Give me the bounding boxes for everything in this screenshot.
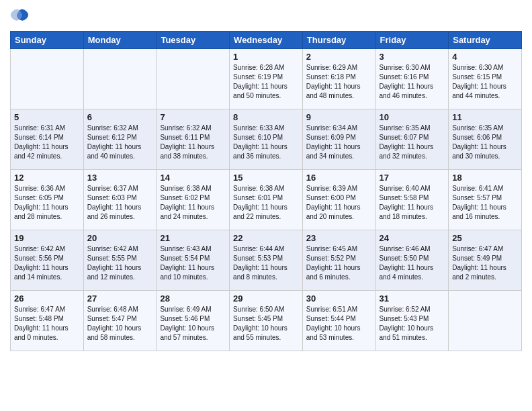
- weekday-header-friday: Friday: [375, 32, 449, 49]
- week-row-1: 1Sunrise: 6:28 AMSunset: 6:19 PMDaylight…: [11, 49, 522, 109]
- day-cell: [157, 49, 230, 109]
- day-info: Sunrise: 6:32 AMSunset: 6:11 PMDaylight:…: [160, 124, 226, 161]
- day-number: 24: [380, 233, 445, 243]
- day-cell: 23Sunrise: 6:45 AMSunset: 5:52 PMDayligh…: [302, 230, 375, 291]
- day-info: Sunrise: 6:31 AMSunset: 6:14 PMDaylight:…: [14, 124, 80, 161]
- day-cell: 16Sunrise: 6:39 AMSunset: 6:00 PMDayligh…: [302, 170, 375, 230]
- week-row-3: 12Sunrise: 6:36 AMSunset: 6:05 PMDayligh…: [11, 170, 522, 230]
- day-cell: 19Sunrise: 6:42 AMSunset: 5:56 PMDayligh…: [11, 230, 84, 291]
- day-cell: 31Sunrise: 6:52 AMSunset: 5:43 PMDayligh…: [375, 291, 449, 351]
- day-number: 8: [233, 112, 299, 122]
- day-number: 26: [14, 293, 80, 304]
- day-cell: [11, 49, 84, 109]
- day-cell: 18Sunrise: 6:41 AMSunset: 5:57 PMDayligh…: [449, 170, 522, 230]
- day-cell: 9Sunrise: 6:34 AMSunset: 6:09 PMDaylight…: [302, 109, 375, 170]
- weekday-header-monday: Monday: [83, 32, 157, 49]
- day-cell: 28Sunrise: 6:49 AMSunset: 5:46 PMDayligh…: [157, 291, 230, 351]
- day-cell: 24Sunrise: 6:46 AMSunset: 5:50 PMDayligh…: [375, 230, 449, 291]
- day-cell: 13Sunrise: 6:37 AMSunset: 6:03 PMDayligh…: [83, 170, 157, 230]
- day-info: Sunrise: 6:41 AMSunset: 5:57 PMDaylight:…: [452, 184, 518, 222]
- day-cell: 14Sunrise: 6:38 AMSunset: 6:02 PMDayligh…: [157, 170, 230, 230]
- week-row-5: 26Sunrise: 6:47 AMSunset: 5:48 PMDayligh…: [11, 291, 522, 351]
- weekday-header-tuesday: Tuesday: [157, 32, 230, 49]
- day-number: 13: [87, 173, 153, 183]
- day-cell: 21Sunrise: 6:43 AMSunset: 5:54 PMDayligh…: [157, 230, 230, 291]
- day-info: Sunrise: 6:38 AMSunset: 6:02 PMDaylight:…: [160, 184, 226, 222]
- day-number: 12: [14, 173, 80, 183]
- day-cell: 20Sunrise: 6:42 AMSunset: 5:55 PMDayligh…: [83, 230, 157, 291]
- weekday-header-wednesday: Wednesday: [230, 32, 303, 49]
- weekday-header-saturday: Saturday: [449, 32, 522, 49]
- day-info: Sunrise: 6:48 AMSunset: 5:47 PMDaylight:…: [87, 305, 153, 342]
- day-number: 17: [380, 173, 445, 183]
- day-cell: 2Sunrise: 6:29 AMSunset: 6:18 PMDaylight…: [302, 49, 375, 109]
- day-info: Sunrise: 6:35 AMSunset: 6:06 PMDaylight:…: [452, 124, 518, 161]
- day-info: Sunrise: 6:52 AMSunset: 5:43 PMDaylight:…: [380, 305, 445, 342]
- day-cell: 17Sunrise: 6:40 AMSunset: 5:58 PMDayligh…: [375, 170, 449, 230]
- day-info: Sunrise: 6:51 AMSunset: 5:44 PMDaylight:…: [306, 305, 372, 342]
- day-info: Sunrise: 6:45 AMSunset: 5:52 PMDaylight:…: [306, 244, 372, 282]
- day-cell: 30Sunrise: 6:51 AMSunset: 5:44 PMDayligh…: [302, 291, 375, 351]
- week-row-4: 19Sunrise: 6:42 AMSunset: 5:56 PMDayligh…: [11, 230, 522, 291]
- day-number: 10: [380, 112, 445, 122]
- day-cell: [449, 291, 522, 351]
- day-info: Sunrise: 6:30 AMSunset: 6:15 PMDaylight:…: [452, 63, 518, 101]
- day-info: Sunrise: 6:36 AMSunset: 6:05 PMDaylight:…: [14, 184, 80, 222]
- day-number: 29: [233, 293, 299, 304]
- calendar-table: SundayMondayTuesdayWednesdayThursdayFrid…: [10, 31, 522, 351]
- day-cell: 11Sunrise: 6:35 AMSunset: 6:06 PMDayligh…: [449, 109, 522, 170]
- day-cell: 7Sunrise: 6:32 AMSunset: 6:11 PMDaylight…: [157, 109, 230, 170]
- weekday-header-thursday: Thursday: [302, 32, 375, 49]
- day-number: 18: [452, 173, 518, 183]
- logo: [10, 7, 32, 26]
- week-row-2: 5Sunrise: 6:31 AMSunset: 6:14 PMDaylight…: [11, 109, 522, 170]
- day-number: 14: [160, 173, 226, 183]
- header: [10, 7, 522, 26]
- day-number: 16: [306, 173, 372, 183]
- day-info: Sunrise: 6:47 AMSunset: 5:49 PMDaylight:…: [452, 244, 518, 282]
- day-number: 27: [87, 293, 153, 304]
- day-cell: 26Sunrise: 6:47 AMSunset: 5:48 PMDayligh…: [11, 291, 84, 351]
- day-number: 30: [306, 293, 372, 304]
- day-cell: 22Sunrise: 6:44 AMSunset: 5:53 PMDayligh…: [230, 230, 303, 291]
- day-info: Sunrise: 6:29 AMSunset: 6:18 PMDaylight:…: [306, 63, 372, 101]
- day-cell: 10Sunrise: 6:35 AMSunset: 6:07 PMDayligh…: [375, 109, 449, 170]
- day-info: Sunrise: 6:47 AMSunset: 5:48 PMDaylight:…: [14, 305, 80, 342]
- day-cell: 3Sunrise: 6:30 AMSunset: 6:16 PMDaylight…: [375, 49, 449, 109]
- day-cell: 6Sunrise: 6:32 AMSunset: 6:12 PMDaylight…: [83, 109, 157, 170]
- day-info: Sunrise: 6:34 AMSunset: 6:09 PMDaylight:…: [306, 124, 372, 161]
- day-info: Sunrise: 6:50 AMSunset: 5:45 PMDaylight:…: [233, 305, 299, 342]
- day-number: 21: [160, 233, 226, 243]
- day-cell: 8Sunrise: 6:33 AMSunset: 6:10 PMDaylight…: [230, 109, 303, 170]
- day-info: Sunrise: 6:28 AMSunset: 6:19 PMDaylight:…: [233, 63, 299, 101]
- weekday-header-row: SundayMondayTuesdayWednesdayThursdayFrid…: [11, 32, 522, 49]
- day-info: Sunrise: 6:40 AMSunset: 5:58 PMDaylight:…: [380, 184, 445, 222]
- day-cell: 4Sunrise: 6:30 AMSunset: 6:15 PMDaylight…: [449, 49, 522, 109]
- day-info: Sunrise: 6:42 AMSunset: 5:56 PMDaylight:…: [14, 244, 80, 282]
- day-number: 19: [14, 233, 80, 243]
- day-info: Sunrise: 6:37 AMSunset: 6:03 PMDaylight:…: [87, 184, 153, 222]
- day-info: Sunrise: 6:33 AMSunset: 6:10 PMDaylight:…: [233, 124, 299, 161]
- day-number: 6: [87, 112, 153, 122]
- day-info: Sunrise: 6:43 AMSunset: 5:54 PMDaylight:…: [160, 244, 226, 282]
- page-container: SundayMondayTuesdayWednesdayThursdayFrid…: [0, 0, 532, 358]
- day-cell: 29Sunrise: 6:50 AMSunset: 5:45 PMDayligh…: [230, 291, 303, 351]
- day-cell: 1Sunrise: 6:28 AMSunset: 6:19 PMDaylight…: [230, 49, 303, 109]
- weekday-header-sunday: Sunday: [11, 32, 84, 49]
- day-number: 23: [306, 233, 372, 243]
- day-cell: 27Sunrise: 6:48 AMSunset: 5:47 PMDayligh…: [83, 291, 157, 351]
- day-number: 5: [14, 112, 80, 122]
- day-number: 11: [452, 112, 518, 122]
- day-info: Sunrise: 6:32 AMSunset: 6:12 PMDaylight:…: [87, 124, 153, 161]
- day-number: 28: [160, 293, 226, 304]
- day-info: Sunrise: 6:42 AMSunset: 5:55 PMDaylight:…: [87, 244, 153, 282]
- day-number: 9: [306, 112, 372, 122]
- day-info: Sunrise: 6:46 AMSunset: 5:50 PMDaylight:…: [380, 244, 445, 282]
- day-cell: 25Sunrise: 6:47 AMSunset: 5:49 PMDayligh…: [449, 230, 522, 291]
- day-number: 31: [380, 293, 445, 304]
- day-cell: 12Sunrise: 6:36 AMSunset: 6:05 PMDayligh…: [11, 170, 84, 230]
- day-number: 22: [233, 233, 299, 243]
- day-number: 2: [306, 52, 372, 62]
- day-info: Sunrise: 6:30 AMSunset: 6:16 PMDaylight:…: [380, 63, 445, 101]
- day-cell: 15Sunrise: 6:38 AMSunset: 6:01 PMDayligh…: [230, 170, 303, 230]
